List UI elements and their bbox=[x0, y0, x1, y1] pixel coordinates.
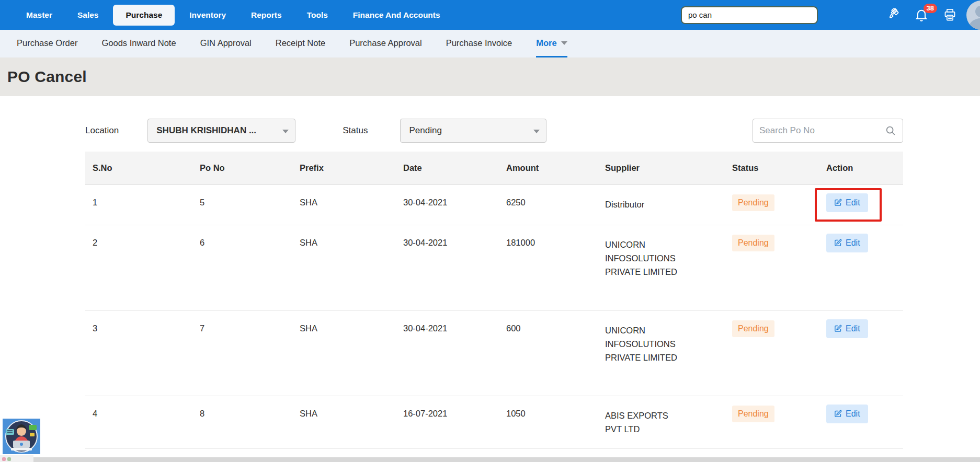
nav-item-sales[interactable]: Sales bbox=[67, 5, 109, 25]
page-header-banner: PO Cancel bbox=[0, 57, 980, 96]
status-select-value: Pending bbox=[409, 125, 441, 136]
nav-item-purchase[interactable]: Purchase bbox=[113, 5, 175, 26]
tab-more[interactable]: More bbox=[536, 30, 567, 57]
user-avatar[interactable] bbox=[966, 1, 980, 30]
horizontal-scrollbar[interactable] bbox=[0, 457, 980, 462]
search-po-no-input[interactable] bbox=[759, 125, 885, 136]
cell-prefix: SHA bbox=[292, 184, 396, 225]
nav-item-reports[interactable]: Reports bbox=[241, 5, 292, 25]
col-header-po-no: Po No bbox=[192, 152, 292, 184]
cell-sno: 4 bbox=[85, 396, 192, 448]
edit-button-label: Edit bbox=[846, 324, 860, 333]
tab-purchase-approval[interactable]: Purchase Approval bbox=[349, 30, 422, 57]
edit-pencil-icon bbox=[834, 325, 842, 332]
main-menu: Master Sales Purchase Inventory Reports … bbox=[16, 5, 451, 26]
tab-receipt-note[interactable]: Receipt Note bbox=[276, 30, 325, 57]
cell-supplier: UNICORN INFOSOLUTIONS PRIVATE LIMITED bbox=[605, 324, 677, 364]
cell-prefix: SHA bbox=[292, 396, 396, 448]
top-navigation-bar: Master Sales Purchase Inventory Reports … bbox=[0, 0, 980, 30]
tab-goods-inward-note[interactable]: Goods Inward Note bbox=[101, 30, 176, 57]
main-content: Location SHUBH KRISHIDHAN ... Status Pen… bbox=[0, 96, 980, 449]
notifications-bell-icon[interactable]: 38 bbox=[914, 8, 929, 22]
cell-po-no: 7 bbox=[192, 310, 292, 396]
avatar-body-silhouette bbox=[970, 18, 980, 30]
cell-supplier: ABIS EXPORTS PVT LTD bbox=[605, 409, 677, 436]
nav-item-inventory[interactable]: Inventory bbox=[179, 5, 236, 25]
decorative-dot bbox=[2, 457, 6, 461]
status-badge: Pending bbox=[732, 406, 774, 422]
cell-amount: 6250 bbox=[499, 184, 598, 225]
tab-purchase-order[interactable]: Purchase Order bbox=[17, 30, 77, 57]
cell-date: 30-04-2021 bbox=[396, 184, 499, 225]
cell-date: 30-04-2021 bbox=[396, 310, 499, 396]
table-row: 1 5 SHA 30-04-2021 6250 Distributor Pend… bbox=[85, 184, 903, 225]
cell-prefix: SHA bbox=[292, 225, 396, 310]
brush-icon-svg bbox=[885, 8, 899, 22]
cell-date: 16-07-2021 bbox=[396, 396, 499, 448]
global-search-input[interactable] bbox=[681, 6, 818, 24]
cell-date: 30-04-2021 bbox=[396, 225, 499, 310]
cell-po-no: 6 bbox=[192, 225, 292, 310]
cell-sno: 2 bbox=[85, 225, 192, 310]
tab-more-label: More bbox=[536, 38, 556, 48]
table-header-row: S.No Po No Prefix Date Amount Supplier S… bbox=[85, 152, 903, 184]
nav-item-tools[interactable]: Tools bbox=[297, 5, 338, 25]
edit-button-label: Edit bbox=[846, 198, 860, 207]
scrollbar-left-corner bbox=[0, 455, 33, 462]
col-header-prefix: Prefix bbox=[292, 152, 396, 184]
cell-supplier: Distributor bbox=[605, 198, 677, 211]
chevron-down-icon bbox=[282, 130, 289, 133]
chevron-down-icon bbox=[561, 41, 567, 45]
page-title: PO Cancel bbox=[7, 68, 87, 86]
col-header-date: Date bbox=[396, 152, 499, 184]
edit-button[interactable]: Edit bbox=[826, 193, 868, 212]
edit-button[interactable]: Edit bbox=[826, 405, 868, 423]
topbar-right-section: 38 bbox=[681, 1, 980, 30]
location-select-value: SHUBH KRISHIDHAN ... bbox=[156, 125, 256, 136]
edit-button[interactable]: Edit bbox=[826, 234, 868, 252]
search-icon bbox=[885, 125, 896, 136]
po-cancel-table: S.No Po No Prefix Date Amount Supplier S… bbox=[85, 152, 903, 449]
edit-pencil-icon bbox=[834, 239, 842, 247]
nav-item-finance-and-accounts[interactable]: Finance And Accounts bbox=[343, 5, 451, 25]
search-po-no-box bbox=[753, 119, 903, 143]
tab-gin-approval[interactable]: GIN Approval bbox=[200, 30, 252, 57]
col-header-sno: S.No bbox=[85, 152, 192, 184]
chat-widget-illustration bbox=[3, 419, 40, 454]
edit-button-label: Edit bbox=[846, 409, 860, 419]
avatar-head-silhouette bbox=[975, 6, 980, 17]
cell-amount: 600 bbox=[499, 310, 598, 396]
col-header-supplier: Supplier bbox=[598, 152, 725, 184]
brush-icon[interactable] bbox=[885, 8, 899, 22]
printer-icon[interactable] bbox=[942, 8, 957, 22]
chat-support-widget[interactable] bbox=[3, 419, 40, 454]
location-label: Location bbox=[85, 125, 119, 136]
chevron-down-icon bbox=[533, 130, 540, 133]
edit-button-label: Edit bbox=[846, 238, 860, 248]
nav-item-master[interactable]: Master bbox=[16, 5, 63, 25]
tab-purchase-invoice[interactable]: Purchase Invoice bbox=[446, 30, 512, 57]
col-header-amount: Amount bbox=[499, 152, 598, 184]
table-row: 4 8 SHA 16-07-2021 1050 ABIS EXPORTS PVT… bbox=[85, 396, 903, 448]
decorative-dot bbox=[7, 457, 11, 461]
status-badge: Pending bbox=[732, 194, 774, 211]
edit-button[interactable]: Edit bbox=[826, 319, 868, 338]
col-header-action: Action bbox=[819, 152, 903, 184]
status-badge: Pending bbox=[732, 235, 774, 251]
table-row: 2 6 SHA 30-04-2021 181000 UNICORN INFOSO… bbox=[85, 225, 903, 310]
printer-icon-svg bbox=[943, 8, 957, 22]
status-badge: Pending bbox=[732, 320, 774, 337]
col-header-status: Status bbox=[725, 152, 819, 184]
cell-supplier: UNICORN INFOSOLUTIONS PRIVATE LIMITED bbox=[605, 238, 677, 279]
cell-amount: 1050 bbox=[499, 396, 598, 448]
edit-pencil-icon bbox=[834, 410, 842, 418]
table-row: 3 7 SHA 30-04-2021 600 UNICORN INFOSOLUT… bbox=[85, 310, 903, 396]
cell-po-no: 5 bbox=[192, 184, 292, 225]
cell-sno: 1 bbox=[85, 184, 192, 225]
notification-count-badge: 38 bbox=[924, 4, 937, 13]
location-select[interactable]: SHUBH KRISHIDHAN ... bbox=[147, 119, 295, 143]
purchase-subnav: Purchase Order Goods Inward Note GIN App… bbox=[0, 30, 980, 57]
cell-sno: 3 bbox=[85, 310, 192, 396]
filter-bar: Location SHUBH KRISHIDHAN ... Status Pen… bbox=[85, 119, 903, 143]
status-select[interactable]: Pending bbox=[400, 119, 546, 143]
